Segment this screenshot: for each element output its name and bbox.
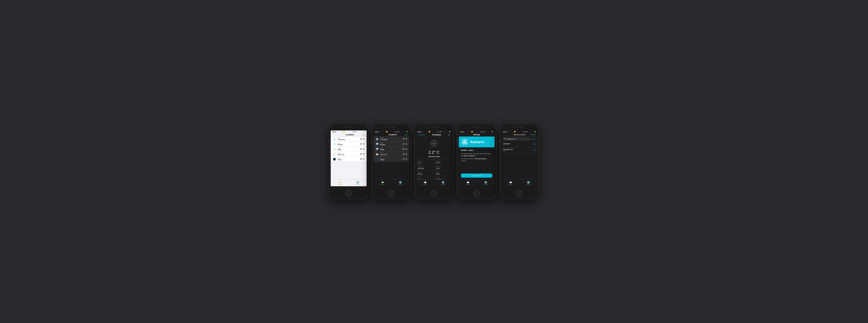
location-item-trondheim-1[interactable]: ❄️ 13:05 Trondheim 2° C <box>331 137 367 142</box>
view-source-button[interactable]: View the source <box>461 174 493 178</box>
location-item-newyork-1[interactable]: 🌥️ 07:07 New York -3° C <box>331 152 367 157</box>
location-info-tokyo-2: 21:10 Tokyo <box>380 157 402 160</box>
nav-bar-4: Settings <box>459 133 495 137</box>
tab-settings-1[interactable]: ⚙️ Settings <box>349 180 367 186</box>
search-input-box[interactable]: 🔍 Shanghai, CN ✕ <box>503 137 530 141</box>
back-button-3[interactable]: ‹ Locations <box>418 134 425 136</box>
tab-settings-5[interactable]: ⚙️ Settings <box>519 180 537 186</box>
tab-weather-3[interactable]: ☁️ Weather <box>416 180 434 186</box>
carrier-1: Carrier <box>332 131 336 133</box>
settings-content-4: X Xamarin Weather-- 2019.1 This app is w… <box>459 137 495 179</box>
location-item-newyork-2[interactable]: 🌥️ 07:07 New York -3° C <box>373 152 409 157</box>
screen-4: Carrier 📶 1:12 PM 🔋 Settings X <box>459 130 495 186</box>
weather-tab-icon-2: 🌤️ <box>381 181 384 184</box>
search-input-value: Shanghai, CN <box>507 138 527 140</box>
location-item-tokyo-1[interactable]: 🌑 21:10 Tokyo 5° C <box>331 157 367 162</box>
result-info-icon-shanghai[interactable]: ⓘ <box>533 143 535 146</box>
nav-title-5: Add new location <box>514 134 525 136</box>
location-time-tokyo-1: 21:10 <box>338 157 359 159</box>
carrier-2: Carrier <box>375 131 379 133</box>
location-time-bergen-2: 13:05 <box>380 143 402 144</box>
tab-settings-3[interactable]: ⚙️ Settings <box>434 180 452 186</box>
carrier-5: Carrier <box>503 131 507 133</box>
speaker-3 <box>430 126 438 127</box>
tab-bar-1: 🌤️ Weather ⚙️ Settings <box>331 179 367 186</box>
speaker-1 <box>344 126 353 127</box>
carrier-3: Carrier <box>417 131 422 133</box>
location-name-bergen-2: Bergen <box>380 144 402 146</box>
weather-icon-bergen-1: 🌧️ <box>333 143 336 146</box>
result-info-shanghai-shi: Shanghai Shi CN <box>503 149 513 152</box>
phone-1: Carrier 📶 1:11 PM 🔋 Locations Add ❄️ 13:… <box>329 124 368 199</box>
search-bar-row: 🔍 Shanghai, CN ✕ Cancel <box>501 136 537 142</box>
battery-icon-1: 🔋 <box>364 131 365 133</box>
nav-title-1: Locations <box>346 134 354 136</box>
location-item-bodo-1[interactable]: 🌨️ 13:05 Bodø -5° C <box>331 147 367 152</box>
result-info-icon-shanghai-shi[interactable]: ⓘ <box>533 149 535 152</box>
location-item-bergen-1[interactable]: 🌧️ 13:05 Bergen 3° C <box>331 142 367 147</box>
location-info-bergen-2: 13:05 Bergen <box>380 143 402 146</box>
location-item-tokyo-2[interactable]: 🌑 21:10 Tokyo 5° C <box>373 157 409 162</box>
nav-title-4: Settings <box>473 134 480 136</box>
status-bar-4: Carrier 📶 1:12 PM 🔋 <box>459 130 495 133</box>
location-name-trondheim-1: Trondheim <box>338 139 359 141</box>
delete-icon-3[interactable]: 🗑 <box>448 134 450 136</box>
search-cancel-btn[interactable]: Cancel <box>531 138 536 140</box>
location-item-trondheim-2[interactable]: ❄️ 13:05 Trondheim 2° C <box>373 137 409 142</box>
wifi-icon-3: 📶 <box>429 131 430 133</box>
battery-icon-5: 🔋 <box>534 131 536 133</box>
status-bar-5: Carrier 📶 1:13 PM 🔋 <box>501 130 537 133</box>
time-4: 1:12 PM <box>480 131 485 133</box>
result-shanghai-shi[interactable]: Shanghai Shi CN ⓘ <box>501 147 537 153</box>
weather-main-icon-3 <box>430 140 438 149</box>
location-temp-bergen-1: 3° C <box>360 143 365 145</box>
location-time-trondheim-2: 13:05 <box>380 138 402 139</box>
add-button-1[interactable]: Add <box>362 134 365 136</box>
search-clear-icon[interactable]: ✕ <box>527 138 529 140</box>
weather-icon-bodo-1: 🌨️ <box>333 148 336 151</box>
tab-weather-5[interactable]: ☁️ Weather <box>501 180 519 186</box>
tab-weather-4[interactable]: ☁️ Weather <box>459 180 477 186</box>
home-btn-4[interactable] <box>473 190 480 197</box>
search-icon-5: 🔍 <box>504 138 506 140</box>
home-btn-2[interactable] <box>388 190 395 197</box>
sunset-cell: Sunset 14:52 <box>434 171 452 176</box>
settings-tab-icon-4: ⚙️ <box>484 181 487 184</box>
settings-tab-icon-5: ⚙️ <box>527 181 530 184</box>
camera-3 <box>426 126 427 127</box>
home-btn-5[interactable] <box>516 190 523 197</box>
tab-weather-2[interactable]: 🌤️ Weather <box>373 180 391 186</box>
location-temp-trondheim-1: 2° C <box>360 138 365 140</box>
cancel-button-5[interactable]: Cancel <box>530 134 535 136</box>
home-btn-3[interactable] <box>431 190 437 197</box>
battery-icon-2: 🔋 <box>406 131 408 133</box>
location-time-newyork-1: 07:07 <box>338 152 358 154</box>
weather-icon-tokyo-2: 🌑 <box>375 158 379 160</box>
add-button-2[interactable]: Add <box>405 134 407 136</box>
weather-grid-3: Temp min 0° C Temp max 3.3° C Pressure 9… <box>416 159 452 179</box>
tab-settings-2[interactable]: ⚙️ Settings <box>391 180 409 186</box>
tab-bar-5: ☁️ Weather ⚙️ Settings <box>501 179 537 186</box>
settings-tab-icon-1: ⚙️ <box>356 181 359 184</box>
status-bar-2: Carrier 📶 1:11 PM 🔋 <box>373 130 409 133</box>
tab-bar-3: ☁️ Weather ⚙️ Settings <box>416 179 452 186</box>
weather-icon-trondheim-2: ❄️ <box>375 138 379 141</box>
tab-settings-4[interactable]: ⚙️ Settings <box>477 180 495 186</box>
result-shanghai[interactable]: Shanghai CN ⓘ <box>501 142 537 147</box>
search-results: Shanghai CN ⓘ Shanghai Shi CN ⓘ <box>501 142 537 179</box>
nav-title-2: Locations <box>388 134 397 136</box>
time-3: 1:11 PM <box>437 131 442 133</box>
tab-bar-4: ☁️ Weather ⚙️ Settings <box>459 179 495 186</box>
location-temp-tokyo-1: 5° C <box>360 158 365 160</box>
phone-5: Carrier 📶 1:13 PM 🔋 Add new location Can… <box>500 124 539 199</box>
location-list-2: ❄️ 13:05 Trondheim 2° C 🌧️ 13:05 Bergen … <box>373 137 409 179</box>
screen-5: Carrier 📶 1:13 PM 🔋 Add new location Can… <box>501 130 537 186</box>
location-item-bergen-2[interactable]: 🌧️ 13:05 Bergen 3° C <box>373 142 409 147</box>
location-temp-bergen-2: 3° C <box>403 143 407 145</box>
weather-tab-icon-3: ☁️ <box>424 181 427 184</box>
tab-weather-1[interactable]: 🌤️ Weather <box>331 180 349 186</box>
weather-icon-trondheim-1: ❄️ <box>333 138 336 141</box>
location-item-bodo-2[interactable]: 🌨️ 13:05 Bodø -5° C <box>373 147 409 152</box>
camera-2 <box>383 126 385 127</box>
home-btn-1[interactable] <box>345 190 352 197</box>
